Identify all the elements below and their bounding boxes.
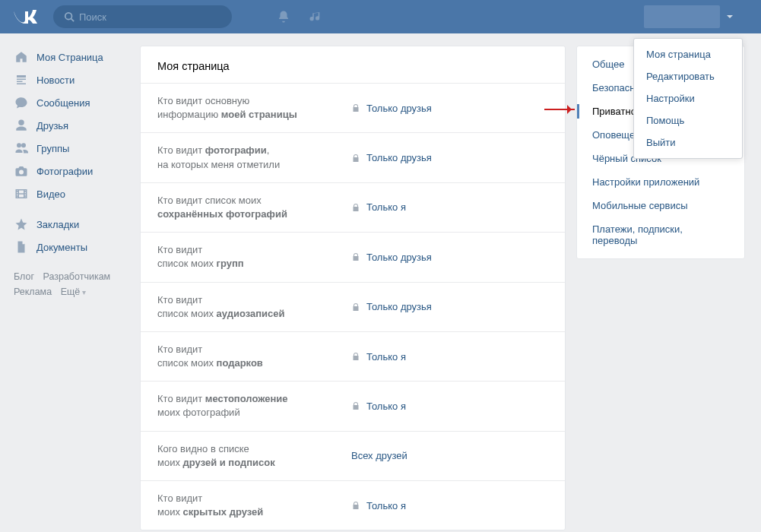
- tab-6[interactable]: Мобильные сервисы: [577, 194, 744, 217]
- search-icon: [64, 11, 75, 22]
- search-input[interactable]: Поиск: [53, 5, 232, 28]
- privacy-row-label: Кого видно в спискемоих друзей и подписо…: [157, 442, 351, 470]
- privacy-row: Кто видит список моихсохранённых фотогра…: [141, 182, 565, 232]
- privacy-row-value[interactable]: Только я: [351, 492, 406, 519]
- tab-7[interactable]: Платежи, подписки, переводы: [577, 217, 744, 252]
- lock-icon: [351, 352, 360, 361]
- vk-logo[interactable]: [12, 8, 40, 25]
- lock-icon: [351, 501, 360, 510]
- video-icon: [14, 186, 29, 201]
- nav-item-label: Новости: [36, 74, 75, 86]
- lock-icon: [351, 252, 360, 261]
- privacy-row-value[interactable]: Только друзья: [351, 243, 432, 271]
- privacy-row-value[interactable]: Только я: [351, 194, 406, 221]
- nav-item-label: Моя Страница: [36, 52, 103, 63]
- nav-item-camera[interactable]: Фотографии: [9, 160, 129, 182]
- camera-icon: [14, 163, 29, 179]
- page-title: Моя страница: [141, 46, 565, 83]
- nav-item-chat[interactable]: Сообщения: [9, 91, 129, 114]
- lock-icon: [351, 103, 360, 112]
- privacy-row-value[interactable]: Только друзья: [351, 144, 432, 171]
- profile-dropdown: Моя страницаРедактироватьНастройкиПомощь…: [633, 38, 743, 159]
- privacy-row: Кто видит местоположениемоих фотографий …: [141, 381, 565, 430]
- privacy-row-value[interactable]: Только друзья: [351, 94, 432, 122]
- menu-item-1[interactable]: Редактировать: [634, 65, 742, 87]
- privacy-row: Кто видит фотографии,на которых меня отм…: [141, 132, 565, 182]
- privacy-row-label: Кто видит список моихсохранённых фотогра…: [157, 194, 351, 221]
- privacy-row-label: Кто видитмоих скрытых друзей: [157, 492, 351, 519]
- tab-5[interactable]: Настройки приложений: [577, 170, 744, 194]
- nav-item-label: Фотографии: [36, 166, 93, 177]
- privacy-row: Кто видитсписок моих аудиозаписей Только…: [141, 282, 565, 331]
- menu-item-0[interactable]: Моя страница: [634, 43, 742, 65]
- doc-icon: [14, 239, 29, 255]
- users-icon: [14, 141, 29, 156]
- nav-item-video[interactable]: Видео: [9, 182, 129, 205]
- notifications-icon[interactable]: [274, 8, 293, 26]
- news-icon: [14, 72, 29, 87]
- chat-icon: [14, 95, 29, 110]
- nav-item-news[interactable]: Новости: [9, 68, 129, 91]
- profile-menu-trigger[interactable]: [644, 5, 749, 28]
- chevron-down-icon: [726, 11, 734, 23]
- privacy-row-value[interactable]: Только я: [351, 343, 406, 370]
- lock-icon: [351, 154, 360, 163]
- nav-item-doc[interactable]: Документы: [9, 236, 129, 258]
- lock-icon: [351, 203, 360, 212]
- privacy-row-label: Кто видитсписок моих групп: [157, 243, 351, 271]
- footer-more[interactable]: Ещё: [61, 287, 86, 297]
- footer-link[interactable]: Блог: [14, 271, 34, 282]
- nav-item-label: Сообщения: [36, 97, 90, 109]
- privacy-row-label: Кто видит фотографии,на которых меня отм…: [157, 144, 351, 171]
- left-nav: Моя Страница Новости Сообщения Друзья Гр…: [9, 46, 129, 530]
- menu-item-3[interactable]: Помощь: [634, 109, 742, 131]
- nav-item-home[interactable]: Моя Страница: [9, 46, 129, 68]
- footer-link[interactable]: Реклама: [14, 287, 52, 297]
- avatar: [644, 5, 720, 28]
- nav-footer: Блог Разработчикам Реклама Ещё: [9, 269, 129, 299]
- lock-icon: [351, 401, 360, 410]
- topbar: Поиск: [0, 0, 761, 33]
- footer-link[interactable]: Разработчикам: [43, 271, 111, 282]
- privacy-row-label: Кто видитсписок моих аудиозаписей: [157, 293, 351, 321]
- privacy-row-value[interactable]: Всех друзей: [351, 442, 407, 470]
- search-placeholder: Поиск: [79, 11, 106, 23]
- menu-item-4[interactable]: Выйти: [634, 131, 742, 154]
- privacy-row-value[interactable]: Только я: [351, 392, 406, 420]
- privacy-row-label: Кто видит основнуюинформацию моей страни…: [157, 94, 351, 122]
- nav-item-label: Группы: [36, 143, 69, 154]
- privacy-row-label: Кто видитсписок моих подарков: [157, 343, 351, 370]
- privacy-row: Кто видит основнуюинформацию моей страни…: [141, 83, 565, 132]
- privacy-row: Кто видитмоих скрытых друзей Только я: [141, 480, 565, 530]
- annotation-arrow: [544, 109, 575, 110]
- star-icon: [14, 217, 29, 232]
- nav-item-star[interactable]: Закладки: [9, 213, 129, 236]
- privacy-row: Кто видитсписок моих групп Только друзья: [141, 232, 565, 281]
- privacy-row: Кто видитсписок моих подарков Только я: [141, 331, 565, 381]
- svg-point-0: [65, 13, 72, 20]
- svg-line-1: [71, 19, 75, 22]
- nav-item-label: Друзья: [36, 120, 68, 131]
- nav-item-user[interactable]: Друзья: [9, 114, 129, 137]
- music-icon[interactable]: [306, 8, 325, 26]
- user-icon: [14, 118, 29, 133]
- lock-icon: [351, 302, 360, 312]
- menu-item-2[interactable]: Настройки: [634, 87, 742, 109]
- nav-item-label: Видео: [36, 188, 65, 200]
- privacy-row-value[interactable]: Только друзья: [351, 293, 432, 321]
- home-icon: [14, 49, 29, 65]
- nav-item-label: Закладки: [36, 219, 79, 230]
- privacy-row-label: Кто видит местоположениемоих фотографий: [157, 392, 351, 420]
- nav-item-users[interactable]: Группы: [9, 137, 129, 160]
- settings-card: Моя страница Кто видит основнуюинформаци…: [140, 46, 566, 530]
- nav-item-label: Документы: [36, 242, 87, 253]
- privacy-row: Кого видно в спискемоих друзей и подписо…: [141, 431, 565, 480]
